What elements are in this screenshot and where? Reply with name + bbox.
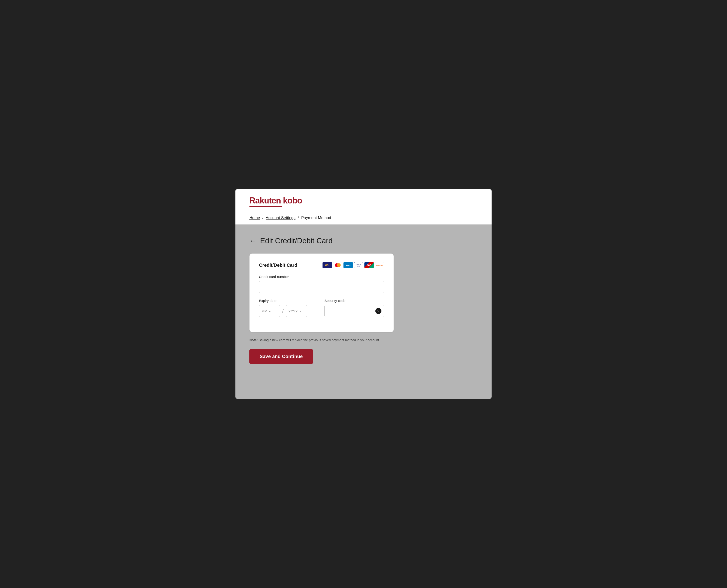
credit-card-number-input[interactable] bbox=[259, 281, 384, 293]
security-help-button[interactable]: ? bbox=[375, 308, 381, 314]
visa-debit-icon: VISA DEBIT bbox=[354, 262, 363, 268]
mastercard-icon bbox=[333, 262, 342, 268]
page-header: ← Edit Credit/Debit Card bbox=[249, 236, 478, 245]
security-input-wrapper: ? bbox=[325, 305, 384, 317]
expiry-month-select[interactable]: MM ⌄ bbox=[259, 305, 280, 317]
expiry-separator: / bbox=[282, 309, 284, 314]
note-body: Saving a new card will replace the previ… bbox=[258, 338, 379, 342]
note-prefix: Note: bbox=[249, 338, 258, 342]
browser-window: Rakuten kobo Home / Account Settings / P… bbox=[235, 189, 492, 399]
breadcrumb-account-settings[interactable]: Account Settings bbox=[266, 215, 295, 220]
chevron-down-icon: ⌄ bbox=[269, 309, 271, 313]
card-form-container: Credit/Debit Card VISA bbox=[249, 253, 394, 332]
expiry-inputs: MM ⌄ / YYYY ⌄ bbox=[259, 305, 319, 317]
save-and-continue-button[interactable]: Save and Continue bbox=[249, 349, 313, 364]
credit-card-number-label: Credit card number bbox=[259, 275, 384, 279]
discover-icon: DISCOVER bbox=[375, 262, 384, 268]
card-form-title: Credit/Debit Card bbox=[259, 262, 297, 268]
expiry-month-placeholder: MM bbox=[262, 309, 267, 313]
expiry-label: Expiry date bbox=[259, 299, 319, 302]
breadcrumb-current: Payment Method bbox=[301, 215, 331, 220]
breadcrumb-sep-2: / bbox=[298, 215, 299, 220]
breadcrumb: Home / Account Settings / Payment Method bbox=[249, 212, 478, 225]
logo: Rakuten kobo bbox=[249, 196, 478, 207]
logo-underline bbox=[249, 206, 282, 207]
chevron-down-icon-year: ⌄ bbox=[299, 309, 302, 313]
jcb-icon: JCB bbox=[365, 262, 374, 268]
expiry-year-placeholder: YYYY bbox=[289, 309, 298, 313]
header: Rakuten kobo Home / Account Settings / P… bbox=[235, 189, 492, 225]
back-arrow-icon[interactable]: ← bbox=[249, 238, 256, 244]
amex-icon: AMEX bbox=[344, 262, 353, 268]
page-title: Edit Credit/Debit Card bbox=[260, 236, 333, 245]
main-content: ← Edit Credit/Debit Card Credit/Debit Ca… bbox=[235, 225, 492, 399]
note-text: Note: Saving a new card will replace the… bbox=[249, 338, 394, 343]
breadcrumb-home[interactable]: Home bbox=[249, 215, 260, 220]
expiry-year-select[interactable]: YYYY ⌄ bbox=[286, 305, 307, 317]
card-icons: VISA AMEX VISA bbox=[323, 262, 384, 268]
expiry-security-row: Expiry date MM ⌄ / YYYY ⌄ bbox=[259, 299, 384, 323]
credit-card-number-group: Credit card number bbox=[259, 275, 384, 293]
mc-right-circle bbox=[337, 263, 341, 267]
security-code-label: Security code bbox=[325, 299, 384, 302]
breadcrumb-sep-1: / bbox=[262, 215, 263, 220]
expiry-group: Expiry date MM ⌄ / YYYY ⌄ bbox=[259, 299, 319, 317]
card-form-header: Credit/Debit Card VISA bbox=[259, 262, 384, 268]
visa-icon: VISA bbox=[323, 262, 332, 268]
logo-text[interactable]: Rakuten kobo bbox=[249, 196, 478, 206]
security-group: Security code ? bbox=[325, 299, 384, 317]
